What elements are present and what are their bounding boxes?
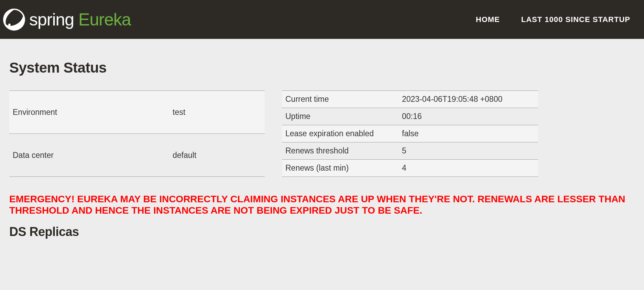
status-table-left: EnvironmenttestData centerdefault	[9, 90, 265, 177]
status-label: Lease expiration enabled	[282, 125, 399, 142]
brand-eureka-label: Eureka	[78, 10, 131, 29]
status-label: Data center	[9, 134, 169, 177]
nav-last1000-link[interactable]: LAST 1000 SINCE STARTUP	[521, 15, 630, 24]
system-status-heading: System Status	[9, 60, 635, 76]
status-right-body: Current time2023-04-06T19:05:48 +0800Upt…	[282, 91, 538, 177]
nav-home-link[interactable]: HOME	[476, 15, 500, 24]
svg-point-1	[8, 23, 11, 26]
status-value: false	[399, 125, 538, 142]
status-tables-row: EnvironmenttestData centerdefault Curren…	[9, 90, 635, 177]
table-row: Data centerdefault	[9, 134, 265, 177]
status-value: 4	[399, 160, 538, 177]
brand-text: spring Eureka	[29, 10, 131, 30]
table-row: Renews (last min)4	[282, 160, 538, 177]
status-table-right: Current time2023-04-06T19:05:48 +0800Upt…	[282, 90, 538, 177]
table-row: Environmenttest	[9, 91, 265, 134]
status-value: 5	[399, 142, 538, 160]
ds-replicas-heading: DS Replicas	[9, 225, 635, 239]
status-value: default	[169, 134, 265, 177]
navbar: spring Eureka HOME LAST 1000 SINCE START…	[0, 0, 644, 39]
status-label: Current time	[282, 91, 399, 108]
status-label: Renews threshold	[282, 142, 399, 160]
brand-spring-label: spring	[29, 10, 74, 29]
brand[interactable]: spring Eureka	[2, 8, 131, 31]
table-row: Lease expiration enabledfalse	[282, 125, 538, 142]
status-value: test	[169, 91, 265, 134]
status-left-body: EnvironmenttestData centerdefault	[9, 91, 265, 177]
status-value: 00:16	[399, 108, 538, 125]
nav-links: HOME LAST 1000 SINCE STARTUP	[476, 15, 641, 24]
status-label: Uptime	[282, 108, 399, 125]
status-label: Environment	[9, 91, 169, 134]
emergency-message: EMERGENCY! EUREKA MAY BE INCORRECTLY CLA…	[9, 193, 635, 216]
table-row: Renews threshold5	[282, 142, 538, 160]
spring-logo-icon	[2, 8, 26, 31]
status-label: Renews (last min)	[282, 160, 399, 177]
table-row: Uptime00:16	[282, 108, 538, 125]
status-value: 2023-04-06T19:05:48 +0800	[399, 91, 538, 108]
table-row: Current time2023-04-06T19:05:48 +0800	[282, 91, 538, 108]
content: System Status EnvironmenttestData center…	[0, 39, 644, 260]
